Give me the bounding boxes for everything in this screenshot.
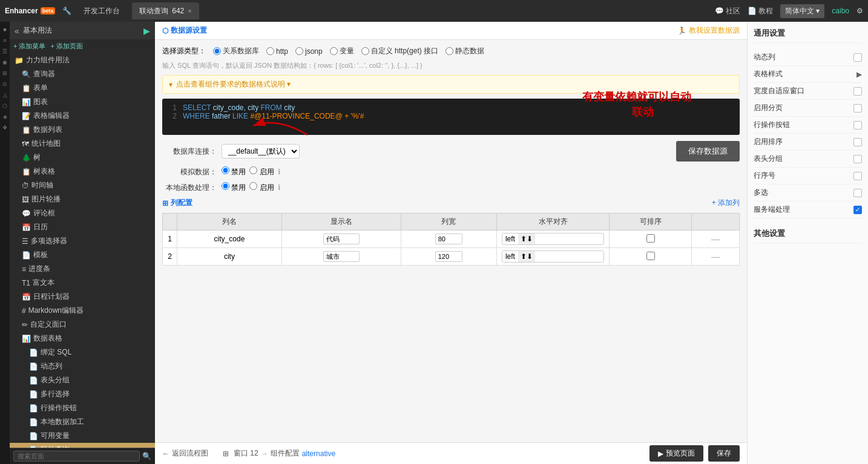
tutorial-link[interactable]: 📄 教程 [748,6,773,16]
notice-bar[interactable]: ▾ 点击查看组件要求的数据格式说明 ▾ [162,75,740,94]
tree-item-scheduler[interactable]: 📅 日程计划器 [10,290,155,304]
row2-displayname-input[interactable] [323,251,360,262]
save-datasource-button[interactable]: 保存数据源 [676,141,740,162]
sidebar-tab-3[interactable]: ☰ [2,47,7,56]
help-link[interactable]: 🏃 教我设置数据源 [677,25,740,36]
checkbox-sort[interactable] [853,138,862,146]
community-link[interactable]: 💬 社区 [715,6,740,16]
row2-width[interactable] [401,248,496,266]
row1-align[interactable]: left ⬆⬇ [496,230,609,248]
add-menu-button[interactable]: + 添加菜单 [13,42,45,51]
mock-help-icon[interactable]: ℹ [278,168,281,176]
tree-item-tree[interactable]: 🌲 树 [10,151,155,165]
row1-sortable-checkbox[interactable] [646,234,655,243]
row1-width[interactable] [401,230,496,248]
checkbox-header-group[interactable] [853,155,862,163]
sidebar-tab-2[interactable]: ≡ [3,36,6,45]
sidebar-tab-10[interactable]: ❖ [2,123,7,132]
row2-displayname[interactable] [281,248,401,266]
tree-item-root[interactable]: 📁 力力组件用法 [10,53,155,67]
local-disable-option[interactable]: 禁用 [222,182,246,193]
tree-item-richtext[interactable]: T1 富文本 [10,276,155,290]
type-relational[interactable]: 关系数据库 [213,46,259,56]
type-jsonp[interactable]: jsonp [295,47,323,56]
checkbox-server-process[interactable]: ✓ [853,206,862,214]
row1-displayname[interactable] [281,230,401,248]
type-variable[interactable]: 变量 [330,46,354,56]
checkbox-multiselect[interactable] [853,189,862,197]
sidebar-tab-4[interactable]: ◉ [2,58,7,67]
tree-item-comment[interactable]: 💬 评论框 [10,206,155,220]
preview-button[interactable]: ▶ 预览页面 [649,445,703,462]
row1-delete[interactable]: — [691,230,739,248]
tree-item-variables[interactable]: 📄 可用变量 [10,429,155,443]
tree-item-map[interactable]: 🗺 统计地图 [10,137,155,151]
tree-item-form[interactable]: 📋 表单 [10,81,155,95]
tree-item-row-action[interactable]: 📄 行操作按钮 [10,401,155,415]
align-dropdown-arrow[interactable]: ⬆⬇ [518,234,535,244]
sidebar-tab-1[interactable]: ■ [3,25,6,34]
save-bottom-button[interactable]: 保存 [708,445,740,462]
row2-delete[interactable]: — [691,248,739,266]
tree-item-progress[interactable]: ≡ 进度条 [10,262,155,276]
add-column-button[interactable]: + 添加列 [712,198,740,208]
back-button[interactable]: ← 返回流程图 [162,448,208,459]
local-enable-option[interactable]: 启用 [249,182,274,193]
sql-editor[interactable]: 1 SELECT city_code, city FROM city 2 [162,99,740,135]
tab-linked-query[interactable]: 联动查询 642 × [132,2,199,19]
tree-item-timeline[interactable]: ⏱ 时间轴 [10,178,155,192]
tree-item-template[interactable]: 📄 模板 [10,248,155,262]
row2-width-input[interactable] [435,251,462,262]
row2-align-select[interactable]: left ⬆⬇ [502,250,604,263]
sidebar-tab-6[interactable]: ⊙ [2,80,7,88]
row1-sortable[interactable] [610,230,691,248]
sidebar-collapse-button[interactable]: « [15,26,19,36]
tree-item-linked-query[interactable]: 📄 联动查询 [10,443,155,448]
tree-item-table-editor[interactable]: 📝 表格编辑器 [10,109,155,123]
table-style-arrow-icon[interactable]: ▶ [856,70,862,79]
checkbox-pagination[interactable] [853,104,862,113]
row1-displayname-input[interactable] [323,234,360,244]
row1-align-select[interactable]: left ⬆⬇ [502,233,604,245]
align-dropdown-arrow[interactable]: ⬆⬇ [518,251,535,262]
tree-item-calendar[interactable]: 📅 日历 [10,220,155,234]
sidebar-tab-7[interactable]: △ [3,91,7,99]
tree-item-multiselect[interactable]: ☰ 多项选择器 [10,234,155,248]
checkbox-width-adapt[interactable] [853,87,862,96]
sidebar-tab-9[interactable]: ◈ [3,113,7,121]
local-help-icon[interactable]: ℹ [278,183,281,192]
row1-delete-button[interactable]: — [711,234,720,244]
checkbox-dynamic-col[interactable] [853,53,862,62]
row2-sortable-checkbox[interactable] [646,252,655,260]
type-http[interactable]: http [266,47,288,56]
tree-item-markdown[interactable]: # Markdown编辑器 [10,304,155,318]
tree-item-custom-ui[interactable]: ✏ 自定义面口 [10,318,155,332]
add-page-button[interactable]: + 添加页面 [50,42,82,51]
tree-item-tree-table[interactable]: 📋 树表格 [10,165,155,178]
checkbox-row-action[interactable] [853,121,862,129]
sidebar-tab-8[interactable]: ⬡ [2,102,7,110]
checkbox-row-num[interactable] [853,172,862,180]
tree-item-carousel[interactable]: 🖼 图片轮播 [10,192,155,206]
tree-item-local-process[interactable]: 📄 本地数据加工 [10,415,155,429]
row1-width-input[interactable] [435,234,462,244]
tree-item-datalist[interactable]: 📋 数据列表 [10,123,155,137]
type-custom-http[interactable]: 自定义 http(get) 接口 [361,46,438,56]
gear-icon[interactable]: ⚙ [856,7,863,15]
sidebar-play-icon[interactable]: ▶ [143,26,150,36]
tree-item-header-group[interactable]: 📄 表头分组 [10,373,155,387]
tree-item-datatable[interactable]: 📊 数据表格 [10,332,155,345]
mock-disable-option[interactable]: 禁用 [222,166,246,177]
search-input[interactable] [13,451,140,462]
row2-delete-button[interactable]: — [711,252,720,261]
row2-align[interactable]: left ⬆⬇ [496,248,609,266]
sidebar-tab-5[interactable]: ⊞ [2,69,7,77]
tree-item-bind-sql[interactable]: 📄 绑定 SQL [10,345,155,359]
user-label[interactable]: caibo [832,7,849,15]
tree-item-chart[interactable]: 📊 图表 [10,95,155,109]
search-icon[interactable]: 🔍 [142,452,151,460]
row2-sortable[interactable] [610,248,691,266]
db-select[interactable]: __default__(默认) [222,144,300,158]
type-static[interactable]: 静态数据 [446,46,484,56]
tree-item-query[interactable]: 🔍 查询器 [10,67,155,81]
